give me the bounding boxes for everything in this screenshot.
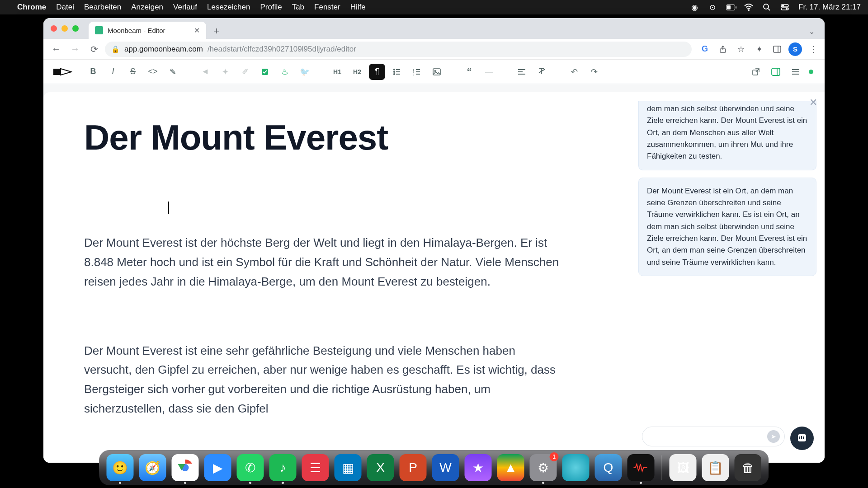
profile-avatar[interactable]: S <box>788 42 802 56</box>
ai-pen-button[interactable]: ✐ <box>237 64 253 80</box>
google-search-icon[interactable]: G <box>698 42 712 56</box>
dock-powerpoint[interactable]: P <box>400 454 427 481</box>
align-button[interactable] <box>514 64 530 80</box>
menu-bearbeiten[interactable]: Bearbeiten <box>84 3 121 12</box>
dock-trello[interactable]: ▦ <box>335 454 362 481</box>
menubar-clock[interactable]: Fr. 17. März 21:17 <box>798 3 861 12</box>
wifi-icon[interactable] <box>744 3 753 12</box>
dock-safari[interactable]: 🧭 <box>139 454 166 481</box>
send-icon[interactable]: ➤ <box>767 430 780 443</box>
dock-imovie[interactable]: ★ <box>465 454 492 481</box>
ai-flame-button[interactable]: ♨ <box>277 64 293 80</box>
app-menu[interactable]: Chrome <box>17 3 46 12</box>
svg-rect-19 <box>772 68 780 75</box>
chrome-menu-icon[interactable]: ⋮ <box>807 42 820 56</box>
nav-back-button[interactable]: ← <box>48 41 64 57</box>
menu-verlauf[interactable]: Verlauf <box>173 3 197 12</box>
address-bar-row: ← → ⟳ 🔒 app.gomoonbeam.com/headstart/clf… <box>43 39 825 60</box>
tab-close-icon[interactable]: ✕ <box>194 26 200 35</box>
dock-chrome[interactable] <box>172 454 199 481</box>
dock-excel[interactable]: X <box>367 454 394 481</box>
dock-word[interactable]: W <box>432 454 459 481</box>
svg-rect-16 <box>433 69 440 75</box>
bookmark-star-icon[interactable]: ☆ <box>734 42 748 56</box>
lock-icon: 🔒 <box>111 45 120 53</box>
dock-voicememos[interactable] <box>627 454 655 481</box>
menu-datei[interactable]: Datei <box>56 3 74 12</box>
dock-whatsapp[interactable]: ✆ <box>237 454 264 481</box>
browser-tab[interactable]: Moonbeam - Editor ✕ <box>89 22 206 39</box>
strikethrough-button[interactable]: S <box>125 64 141 80</box>
share-icon[interactable] <box>716 42 730 56</box>
window-close-button[interactable] <box>51 25 57 32</box>
undo-button[interactable]: ↶ <box>566 64 582 80</box>
paragraph-button[interactable]: ¶ <box>369 64 385 80</box>
ai-check-button[interactable] <box>257 64 273 80</box>
document-paragraph-1[interactable]: Der Mount Everest ist der höchste Berg d… <box>84 233 563 291</box>
dock-googledrive[interactable]: ▲ <box>497 454 524 481</box>
menu-profile[interactable]: Profile <box>260 3 282 12</box>
dock-settings[interactable]: ⚙1 <box>530 454 557 481</box>
screen-record-icon[interactable]: ◉ <box>690 3 699 12</box>
dock-quicktime[interactable]: Q <box>595 454 622 481</box>
menu-anzeigen[interactable]: Anzeigen <box>131 3 163 12</box>
h2-button[interactable]: H2 <box>349 64 365 80</box>
moonbeam-logo[interactable] <box>53 66 72 78</box>
tabs-dropdown-icon[interactable]: ⌄ <box>804 23 819 39</box>
redo-button[interactable]: ↷ <box>586 64 602 80</box>
clear-format-button[interactable]: T <box>533 64 550 80</box>
menu-tab[interactable]: Tab <box>292 3 304 12</box>
document-title[interactable]: Der Mount Everest <box>84 119 594 156</box>
twitter-button[interactable]: 🐦 <box>297 64 313 80</box>
sidebar-close-icon[interactable]: ✕ <box>809 97 817 108</box>
battery-icon[interactable] <box>726 3 735 12</box>
svg-point-12 <box>394 73 395 74</box>
highlight-button[interactable]: ✎ <box>165 64 181 80</box>
sidepanel-icon[interactable] <box>770 42 784 56</box>
intercom-chat-icon[interactable] <box>790 427 814 450</box>
dock-finder[interactable]: 🙂 <box>107 454 134 481</box>
address-bar[interactable]: 🔒 app.gomoonbeam.com/headstart/clfczd39h… <box>105 42 692 57</box>
spotlight-icon[interactable] <box>762 3 771 12</box>
ai-suggestion-1[interactable]: dem man sich selbst überwinden und seine… <box>638 101 816 170</box>
dock-stickies[interactable]: 📋 <box>702 454 729 481</box>
dock-zoom[interactable]: ▶ <box>204 454 231 481</box>
h1-button[interactable]: H1 <box>329 64 345 80</box>
nav-forward-button[interactable]: → <box>67 41 83 57</box>
code-button[interactable]: <> <box>145 64 161 80</box>
extensions-puzzle-icon[interactable]: ✦ <box>752 42 766 56</box>
svg-point-1 <box>764 4 769 9</box>
window-zoom-button[interactable] <box>72 25 79 32</box>
ai-chat-input[interactable]: ➤ <box>642 427 785 446</box>
document-editor[interactable]: Der Mount Everest Der Mount Everest ist … <box>43 92 630 463</box>
window-minimize-button[interactable] <box>61 25 68 32</box>
image-button[interactable] <box>429 64 445 80</box>
document-paragraph-2[interactable]: Der Mount Everest ist eine sehr gefährli… <box>84 341 563 419</box>
svg-point-5 <box>786 8 788 9</box>
divider-button[interactable]: — <box>481 64 497 80</box>
ai-suggestion-2[interactable]: Der Mount Everest ist ein Ort, an dem ma… <box>638 178 816 276</box>
menu-lesezeichen[interactable]: Lesezeichen <box>207 3 250 12</box>
italic-button[interactable]: I <box>105 64 121 80</box>
dock-preview[interactable]: 🖼 <box>670 454 697 481</box>
bullet-list-button[interactable] <box>389 64 405 80</box>
menu-fenster[interactable]: Fenster <box>314 3 340 12</box>
dock-app-teal[interactable] <box>562 454 590 481</box>
dock-spotify[interactable]: ♪ <box>269 454 297 481</box>
outline-panel-button[interactable] <box>788 64 804 80</box>
browser-window: Moonbeam - Editor ✕ + ⌄ ← → ⟳ 🔒 app.gomo… <box>43 18 825 463</box>
control-center-icon[interactable] <box>780 3 789 12</box>
ai-back-button[interactable]: ◄ <box>197 64 213 80</box>
dock-todoist[interactable]: ☰ <box>302 454 329 481</box>
dock-trash[interactable]: 🗑 <box>735 454 762 481</box>
play-status-icon[interactable]: ⊙ <box>708 3 717 12</box>
bold-button[interactable]: B <box>85 64 101 80</box>
nav-reload-button[interactable]: ⟳ <box>86 41 102 57</box>
magic-wand-button[interactable]: ✦ <box>217 64 233 80</box>
open-external-button[interactable] <box>748 64 764 80</box>
quote-button[interactable]: “ <box>461 64 477 80</box>
ordered-list-button[interactable]: 123 <box>409 64 425 80</box>
new-tab-button[interactable]: + <box>209 23 224 39</box>
menu-hilfe[interactable]: Hilfe <box>350 3 366 12</box>
ai-panel-button[interactable] <box>768 64 784 80</box>
